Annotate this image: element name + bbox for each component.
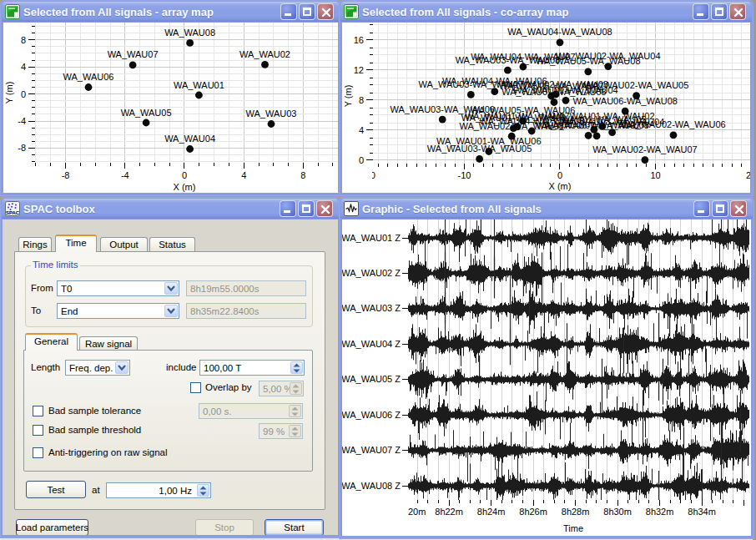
svg-text:8: 8 [21,35,26,45]
svg-text:WA_WAU07-WA_WAU08: WA_WAU07-WA_WAU08 [544,120,649,130]
svg-text:8: 8 [359,95,364,105]
svg-text:8h32m: 8h32m [646,507,674,517]
svg-text:X (m): X (m) [174,182,196,192]
svg-text:X (m): X (m) [549,181,572,191]
svg-text:0: 0 [182,170,187,180]
svg-text:20: 20 [746,170,750,180]
svg-text:WA_WAU05 Z: WA_WAU05 Z [342,374,401,384]
svg-text:-20: -20 [362,170,375,180]
svg-text:WA_WAU02 Z: WA_WAU02 Z [342,268,401,278]
svg-text:-8: -8 [62,170,70,180]
svg-text:WA_WAU08: WA_WAU08 [164,28,215,38]
svg-text:-4: -4 [121,170,129,180]
svg-text:WA_WAU05: WA_WAU05 [121,108,172,118]
svg-text:WA_WAU02-WA_WAU07: WA_WAU02-WA_WAU07 [592,144,698,154]
svg-text:WA_WAU01 Z: WA_WAU01 Z [342,233,401,243]
svg-text:8h30m: 8h30m [603,507,632,517]
svg-text:8h28m: 8h28m [562,507,590,517]
svg-text:WA_WAU04: WA_WAU04 [164,134,215,144]
svg-text:4: 4 [21,62,26,72]
svg-text:WA_WAU05-WA_WAU07: WA_WAU05-WA_WAU07 [499,81,604,91]
svg-text:Y (m): Y (m) [343,85,353,108]
svg-text:WA_WAU06 Z: WA_WAU06 Z [342,410,401,420]
svg-text:WA_WAU03: WA_WAU03 [246,109,297,119]
svg-text:8h24m: 8h24m [477,507,506,517]
svg-text:12: 12 [354,65,364,75]
svg-text:4: 4 [241,170,246,180]
svg-text:WA_WAU06: WA_WAU06 [63,72,114,82]
svg-text:Y (m): Y (m) [4,82,14,104]
svg-text:WA_WAU04-WA_WAU08: WA_WAU04-WA_WAU08 [507,27,612,37]
svg-text:16: 16 [354,35,364,45]
svg-text:SPAC: SPAC [6,210,20,215]
svg-text:-10: -10 [458,170,471,180]
svg-text:WA_WAU03 Z: WA_WAU03 Z [342,303,401,313]
svg-text:WA_WAU01: WA_WAU01 [174,80,224,90]
svg-text:WA_WAU07 Z: WA_WAU07 Z [342,445,401,455]
svg-text:8h26m: 8h26m [519,507,547,517]
svg-text:0: 0 [557,170,562,180]
svg-text:WA_WAU05-WA_WAU08: WA_WAU05-WA_WAU08 [536,56,641,66]
svg-text:WA_WAU07: WA_WAU07 [108,49,159,59]
svg-text:WA_WAU06-WA_WAU08: WA_WAU06-WA_WAU08 [572,96,678,106]
svg-text:8h22m: 8h22m [435,507,463,517]
svg-text:-4: -4 [18,116,26,126]
svg-text:WA_WAU05-WA_WAU06: WA_WAU05-WA_WAU06 [471,105,576,115]
svg-text:20m: 20m [408,507,426,517]
svg-text:0: 0 [21,89,26,99]
svg-text:WA_WAU03-WA_WAU05: WA_WAU03-WA_WAU05 [427,144,532,154]
svg-text:WA_WAU02: WA_WAU02 [239,49,290,59]
svg-text:WA_WAU04 Z: WA_WAU04 Z [342,339,401,349]
svg-text:Time: Time [563,523,583,533]
svg-text:4: 4 [359,125,364,135]
svg-text:10: 10 [650,170,660,180]
svg-text:8h34m: 8h34m [688,507,716,517]
svg-text:WA_WAU08 Z: WA_WAU08 Z [342,481,401,491]
svg-text:8: 8 [300,170,305,180]
svg-text:0: 0 [359,155,364,165]
svg-text:-8: -8 [18,143,26,153]
